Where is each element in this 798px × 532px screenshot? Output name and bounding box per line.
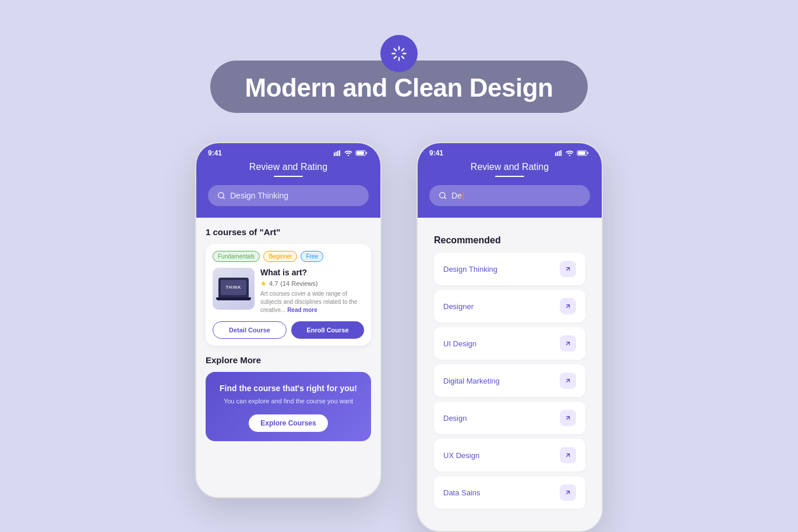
status-time-right: 9:41: [429, 149, 443, 157]
phones-container: 9:41: [195, 142, 603, 532]
review-count: (14 Reviews): [280, 280, 317, 287]
app-header-right: Review and Rating De: [418, 157, 602, 218]
status-bar-right: 9:41: [418, 143, 602, 157]
list-item[interactable]: Design Thinking: [434, 253, 585, 285]
rec-item-label: Data Sains: [443, 488, 481, 497]
course-description: Art courses cover a wide range of subjec…: [260, 290, 364, 314]
svg-rect-10: [555, 152, 556, 156]
explore-card-subtitle: You can explore and find the course you …: [215, 396, 362, 406]
rec-item-label: Design Thinking: [443, 265, 497, 274]
arrow-icon-3: [560, 373, 576, 389]
arrow-icon-6: [560, 484, 576, 501]
explore-courses-button[interactable]: Explore Courses: [249, 414, 327, 432]
explore-section: Explore More Find the course that's righ…: [206, 355, 371, 441]
title-underline-left: [274, 176, 303, 177]
svg-line-9: [223, 197, 225, 199]
search-input-right: De: [451, 191, 464, 200]
read-more-link[interactable]: Read more: [287, 307, 317, 313]
phone-left: 9:41: [195, 142, 382, 498]
svg-rect-12: [559, 151, 560, 156]
svg-rect-0: [334, 152, 335, 156]
course-info: What is art? ★ 4.7 (14 Reviews) Art cour…: [260, 268, 364, 314]
phone-right: 9:41: [416, 142, 603, 532]
svg-point-4: [348, 155, 349, 156]
explore-card: Find the course that's right for you! Yo…: [206, 372, 371, 441]
status-icons-right: [555, 150, 590, 156]
tag-fundamentals: Fundamentals: [213, 251, 260, 262]
list-item[interactable]: Data Sains: [434, 476, 585, 509]
explore-card-title: Find the course that's right for you!: [215, 384, 362, 393]
title-underline-right: [495, 176, 524, 177]
rec-item-label: UI Design: [443, 339, 476, 348]
list-item[interactable]: Designer: [434, 290, 585, 322]
tag-free: Free: [301, 251, 323, 262]
rec-item-label: Designer: [443, 302, 474, 311]
list-item[interactable]: UX Design: [434, 439, 585, 471]
svg-rect-3: [339, 150, 340, 156]
arrow-icon-1: [560, 298, 576, 314]
search-input-left: Design Thinking: [230, 191, 288, 200]
search-bar-left[interactable]: Design Thinking: [208, 185, 369, 206]
rec-item-label: Design: [443, 414, 467, 423]
rec-item-label: Digital Marketing: [443, 377, 500, 385]
svg-rect-1: [336, 152, 337, 157]
rec-item-label: UX Design: [443, 451, 479, 460]
list-item[interactable]: Design: [434, 402, 585, 434]
svg-rect-2: [337, 151, 338, 156]
rating-value: 4.7: [269, 280, 278, 287]
tag-beginner: Beginner: [263, 251, 297, 262]
course-name: What is art?: [260, 268, 364, 277]
rating-row: ★ 4.7 (14 Reviews): [260, 279, 364, 288]
list-item[interactable]: Digital Marketing: [434, 364, 585, 397]
svg-point-14: [569, 155, 571, 156]
courses-heading: 1 courses of "Art": [206, 227, 371, 237]
status-bar-left: 9:41: [196, 143, 380, 157]
svg-rect-11: [557, 152, 558, 157]
page-title: Modern and Clean Design: [245, 73, 553, 102]
phone-body-right: Recommended Design Thinking Designer UI …: [418, 218, 602, 531]
cursor: [462, 192, 464, 200]
sparkle-icon: [380, 35, 418, 72]
recommended-section: Recommended Design Thinking Designer UI …: [427, 227, 592, 522]
detail-course-button[interactable]: Detail Course: [213, 321, 287, 339]
svg-line-19: [444, 197, 446, 199]
phone-body-left: 1 courses of "Art" Fundamentals Beginner…: [196, 218, 380, 497]
arrow-icon-2: [560, 335, 576, 352]
status-time-left: 9:41: [208, 149, 222, 157]
svg-rect-7: [366, 152, 368, 154]
status-icons-left: [334, 150, 369, 156]
course-tags: Fundamentals Beginner Free: [213, 251, 364, 262]
arrow-icon-5: [560, 447, 576, 463]
course-card: Fundamentals Beginner Free THINK: [206, 244, 371, 346]
svg-rect-13: [560, 150, 562, 156]
arrow-icon-0: [560, 261, 576, 277]
star-icon: ★: [260, 279, 267, 288]
enroll-course-button[interactable]: Enroll Course: [291, 321, 364, 339]
explore-heading: Explore More: [206, 355, 371, 365]
course-buttons: Detail Course Enroll Course: [213, 321, 364, 339]
course-thumbnail: THINK: [213, 268, 255, 310]
app-title-right: Review and Rating: [429, 162, 590, 172]
courses-section: 1 courses of "Art" Fundamentals Beginner…: [206, 227, 371, 346]
svg-rect-17: [588, 152, 589, 154]
svg-rect-6: [356, 151, 364, 155]
arrow-icon-4: [560, 410, 576, 426]
recommended-title: Recommended: [434, 235, 585, 246]
header-area: Modern and Clean Design: [210, 35, 588, 113]
svg-rect-16: [578, 151, 585, 155]
app-title-left: Review and Rating: [208, 162, 369, 172]
course-content: THINK What is art? ★ 4.7 (14: [213, 268, 364, 314]
search-bar-right[interactable]: De: [429, 185, 590, 206]
list-item[interactable]: UI Design: [434, 327, 585, 360]
app-header-left: Review and Rating Design Thinking: [196, 157, 380, 218]
